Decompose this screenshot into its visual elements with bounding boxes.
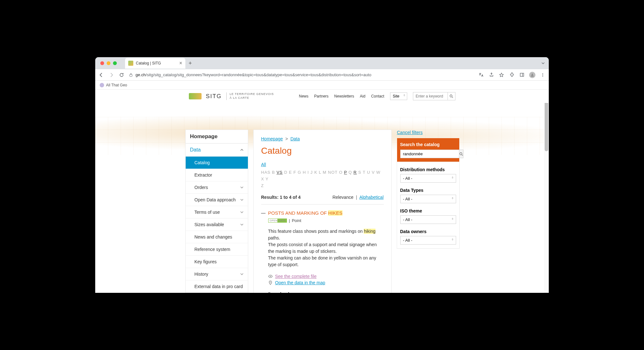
new-tab-button[interactable]: +	[189, 60, 192, 67]
back-button[interactable]	[98, 72, 104, 78]
svg-point-7	[450, 95, 452, 97]
sidebar-item-terms[interactable]: Terms of use	[186, 206, 248, 219]
sidebar: Homepage Data Catalog Extractor Orders	[186, 130, 248, 293]
filter-distribution-select[interactable]: - All -	[400, 174, 456, 183]
maximize-window-icon[interactable]	[113, 61, 117, 65]
sidebar-item-extractor[interactable]: Extractor	[186, 169, 248, 181]
entry-title[interactable]: POSTS AND MARKING OF HIKES	[268, 210, 342, 216]
extensions-icon[interactable]	[509, 72, 515, 78]
window-controls	[97, 61, 120, 65]
sidebar-item-sizes[interactable]: Sizes available	[186, 219, 248, 231]
svg-rect-0	[130, 75, 132, 77]
sidebar-item-reference[interactable]: Reference system	[186, 243, 248, 256]
logo-text: SITG	[206, 93, 222, 100]
url-domain: ge.ch	[136, 72, 146, 77]
catalog-search-box: Search the catalog	[397, 138, 459, 162]
sidebar-homepage[interactable]: Homepage	[186, 130, 248, 144]
site-logo[interactable]: SITG LE TERRITOIRE GENEVOIS À LA CARTE	[189, 92, 274, 100]
link-open-map[interactable]: Open the data in the map	[275, 280, 325, 285]
logo-icon	[189, 93, 202, 99]
svg-line-12	[462, 155, 463, 156]
alpha-p[interactable]: P	[344, 170, 347, 175]
reload-button[interactable]	[119, 72, 124, 78]
filter-datatypes-select[interactable]: - All -	[400, 195, 456, 203]
sidebar-item-news[interactable]: News and changes	[186, 231, 248, 243]
favicon-icon	[128, 61, 133, 66]
link-complete-file[interactable]: See the complete file	[275, 274, 317, 279]
tab-title: Catalog | SITG	[136, 61, 161, 65]
svg-line-8	[452, 97, 453, 98]
map-pin-icon	[268, 280, 273, 285]
bookmark-link[interactable]: All That Geo	[106, 83, 127, 87]
chevron-up-icon	[240, 148, 243, 151]
filter-all[interactable]: All	[261, 162, 266, 167]
sidepanel-icon[interactable]	[519, 72, 525, 78]
svg-point-10	[270, 281, 271, 282]
close-tab-icon[interactable]: ×	[179, 61, 182, 66]
filter-dataowners-select[interactable]: - All -	[400, 236, 456, 245]
chevron-down-icon	[240, 223, 243, 226]
bookmark-star-icon[interactable]	[499, 72, 504, 78]
svg-point-11	[460, 152, 462, 155]
translate-icon[interactable]	[478, 72, 484, 78]
sidebar-item-catalog[interactable]: Catalog	[186, 157, 248, 169]
profile-avatar[interactable]	[529, 72, 535, 78]
alpha-filter: HAS B VS D E F G H I J K L M NOT O P Q	[261, 169, 384, 189]
page-title: Catalog	[261, 146, 384, 156]
site-select[interactable]: Site	[390, 92, 407, 100]
logo-subtitle: LE TERRITOIRE GENEVOIS À LA CARTE	[226, 92, 274, 100]
filter-distribution-label: Distribution methods	[400, 167, 456, 172]
chevron-down-icon	[240, 186, 243, 189]
download-heading: Download	[268, 292, 384, 293]
catalog-search-button[interactable]	[459, 150, 463, 158]
browser-tab[interactable]: Catalog | SITG ×	[125, 58, 185, 69]
sidebar-item-opendata[interactable]: Open Data approach	[186, 194, 248, 206]
close-window-icon[interactable]	[100, 61, 104, 65]
forward-button[interactable]	[109, 72, 114, 78]
svg-point-4	[542, 73, 543, 74]
collapse-icon[interactable]: —	[261, 210, 265, 216]
svg-point-6	[542, 76, 543, 76]
sidebar-item-orders[interactable]: Orders	[186, 181, 248, 194]
browser-chrome: Catalog | SITG × + ge.ch	[95, 57, 549, 90]
catalog-search-input[interactable]	[400, 150, 459, 158]
address-bar[interactable]: ge.ch /sitg/sitg_catalog/sitg_donnees?ke…	[129, 72, 474, 77]
result-entry: — POSTS AND MARKING OF HIKES OPEN DATA |…	[261, 210, 384, 293]
svg-point-5	[542, 74, 543, 75]
filter-datatypes-label: Data Types	[400, 188, 456, 193]
filter-dataowners-label: Data owners	[400, 229, 456, 234]
svg-point-9	[270, 276, 271, 277]
alpha-vs[interactable]: VS	[276, 170, 282, 175]
breadcrumb-current[interactable]: Data	[290, 136, 300, 141]
tab-dropdown-icon[interactable]	[541, 61, 545, 65]
filter-isotheme-label: ISO theme	[400, 208, 456, 213]
sidebar-item-keyfigures[interactable]: Key figures	[186, 256, 248, 268]
nav-contact[interactable]: Contact	[371, 94, 384, 98]
scrollbar[interactable]	[544, 90, 549, 293]
chevron-down-icon	[240, 198, 243, 201]
sidebar-item-external[interactable]: External data in pro card	[186, 280, 248, 293]
filter-isotheme-select[interactable]: - All -	[400, 215, 456, 224]
share-icon[interactable]	[488, 72, 494, 78]
sidebar-data[interactable]: Data	[186, 144, 248, 157]
eye-icon	[268, 274, 273, 279]
nav-newsletters[interactable]: Newsletters	[334, 94, 354, 98]
nav-partners[interactable]: Partners	[314, 94, 329, 98]
alpha-r[interactable]: R	[354, 170, 357, 175]
chevron-down-icon	[240, 211, 243, 214]
breadcrumb-home[interactable]: Homepage	[261, 136, 283, 141]
header-search-input[interactable]	[413, 92, 448, 100]
minimize-window-icon[interactable]	[107, 61, 110, 65]
kebab-menu-icon[interactable]	[540, 72, 546, 78]
entry-type: Point	[292, 218, 301, 223]
cancel-filters[interactable]: Cancel filters	[397, 130, 459, 135]
nav-news[interactable]: News	[299, 94, 309, 98]
opendata-badge: OPEN DATA	[268, 219, 287, 223]
svg-point-3	[532, 73, 533, 75]
results-count: Results: 1 to 4 of 4	[261, 195, 301, 200]
lock-icon	[129, 73, 133, 77]
header-search-button[interactable]	[448, 92, 455, 100]
nav-aid[interactable]: Aid	[360, 94, 365, 98]
sort-alphabetical[interactable]: Alphabetical	[359, 195, 383, 200]
sidebar-item-history[interactable]: History	[186, 268, 248, 280]
